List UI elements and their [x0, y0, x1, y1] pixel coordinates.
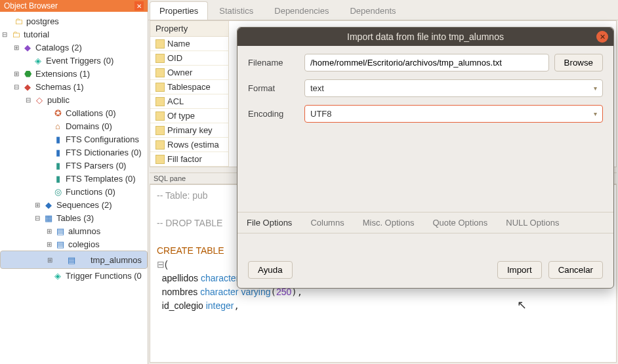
tree-node-ftstpl[interactable]: ▸▮FTS Templates (0): [0, 172, 148, 185]
prop-fill: Fill factor: [150, 152, 229, 167]
tree-node-public[interactable]: ⊟◇public: [0, 93, 148, 106]
expand-icon[interactable]: ⊞: [45, 256, 54, 264]
tree-node-tables[interactable]: ⊟▦Tables (3): [0, 211, 148, 224]
domains-icon: ⌂: [52, 121, 63, 131]
expand-icon[interactable]: ⊞: [45, 241, 54, 248]
tree-node-catalogs[interactable]: ⊞◆Catalogs (2): [0, 41, 148, 54]
tree-node-triggerfn[interactable]: ▸◈Trigger Functions (0: [0, 269, 148, 282]
collapse-icon[interactable]: ⊟: [12, 83, 21, 91]
import-button[interactable]: Import: [497, 261, 542, 279]
import-dialog: Import data from file into tmp_alumnos ✕…: [237, 27, 614, 289]
format-select[interactable]: text▾: [304, 79, 603, 97]
collapse-icon[interactable]: ⊟: [0, 31, 9, 38]
chevron-down-icon: ▾: [594, 110, 597, 117]
object-browser: Object Browser ✕ ▸🗀postgres ⊟🗀tutorial ⊞…: [0, 0, 148, 364]
cancel-button[interactable]: Cancelar: [548, 261, 603, 279]
detail-tabs: Properties Statistics Dependencies Depen…: [148, 0, 618, 20]
tables-icon: ▦: [43, 212, 54, 223]
prop-oid: OID: [150, 51, 229, 66]
prop-icon: [155, 68, 165, 77]
database-icon: 🗀: [10, 29, 21, 39]
collations-icon: ✪: [52, 108, 63, 118]
tree-node-functions[interactable]: ▸◎Functions (0): [0, 185, 148, 198]
tree-node-tutorial[interactable]: ⊟🗀tutorial: [0, 28, 148, 41]
functions-icon: ◎: [52, 186, 63, 197]
fts-icon: ▮: [52, 134, 63, 144]
tree-node-collations[interactable]: ▸✪Collations (0): [0, 106, 148, 119]
event-triggers-icon: ◈: [33, 55, 43, 66]
prop-icon: [155, 83, 165, 92]
tree-node-postgres[interactable]: ▸🗀postgres: [0, 14, 148, 28]
tab-columns[interactable]: Columns: [302, 214, 352, 232]
prop-owner: Owner: [150, 66, 229, 80]
tree-node-table-colegios[interactable]: ⊞▤colegios: [0, 237, 148, 251]
prop-name: Name: [150, 37, 229, 51]
prop-icon: [155, 54, 165, 63]
browse-button[interactable]: Browse: [554, 54, 603, 71]
dialog-title: Import data from file into tmp_alumnos ✕: [237, 28, 613, 46]
filename-label: Filename: [248, 58, 299, 68]
sequences-icon: ◆: [43, 199, 54, 210]
chevron-down-icon: ▾: [594, 85, 597, 92]
tree-node-domains[interactable]: ▸⌂Domains (0): [0, 119, 148, 132]
trigger-fn-icon: ◈: [52, 270, 63, 281]
prop-tablespace: Tablespace: [150, 80, 229, 94]
collapse-icon[interactable]: ⊟: [24, 96, 33, 104]
prop-icon: [155, 155, 165, 164]
help-button[interactable]: Ayuda: [248, 261, 293, 279]
tree-node-table-alumnos[interactable]: ⊞▤alumnos: [0, 224, 148, 237]
fts-icon: ▮: [52, 173, 63, 184]
table-icon: ▤: [55, 226, 66, 236]
object-browser-title: Object Browser ✕: [0, 0, 148, 12]
format-label: Format: [248, 83, 299, 93]
expand-icon[interactable]: ⊞: [12, 44, 21, 51]
prop-icon: [155, 111, 165, 121]
prop-icon: [155, 39, 165, 49]
prop-rows: Rows (estima: [150, 138, 229, 152]
tab-dependencies[interactable]: Dependencies: [264, 1, 339, 20]
tree-node-ftsdict[interactable]: ▸▮FTS Dictionaries (0): [0, 146, 148, 159]
tab-statistics[interactable]: Statistics: [209, 1, 263, 20]
close-icon[interactable]: ✕: [596, 31, 608, 43]
tab-dependents[interactable]: Dependents: [340, 1, 405, 20]
tree-node-ftsconf[interactable]: ▸▮FTS Configurations: [0, 132, 148, 146]
tree-node-table-tmp-alumnos[interactable]: ⊞▤tmp_alumnos: [0, 251, 148, 269]
filename-input[interactable]: [304, 54, 549, 71]
tree-node-ev[interactable]: ▸◈Event Triggers (0): [0, 54, 148, 67]
tree: ▸🗀postgres ⊟🗀tutorial ⊞◆Catalogs (2) ▸◈E…: [0, 12, 148, 364]
tab-quote-options[interactable]: Quote Options: [424, 214, 495, 232]
expand-icon[interactable]: ⊞: [45, 228, 54, 235]
prop-icon: [155, 97, 165, 106]
prop-icon: [155, 126, 165, 135]
fts-icon: ▮: [52, 147, 63, 157]
tree-node-ext[interactable]: ⊞⬣Extensions (1): [0, 67, 148, 80]
props-header: Property: [150, 21, 229, 37]
schemas-icon: ◆: [22, 81, 33, 92]
tab-null-options[interactable]: NULL Options: [498, 214, 567, 232]
tree-node-ftsparse[interactable]: ▸▮FTS Parsers (0): [0, 159, 148, 172]
option-tabs: File Options Columns Misc. Options Quote…: [237, 212, 613, 233]
table-icon: ▤: [66, 254, 77, 265]
table-icon: ▤: [55, 239, 66, 249]
extensions-icon: ⬣: [22, 68, 33, 79]
database-icon: 🗀: [13, 16, 24, 26]
prop-oftype: Of type: [150, 109, 229, 123]
tab-properties[interactable]: Properties: [150, 1, 208, 20]
prop-icon: [155, 140, 165, 150]
catalogs-icon: ◆: [22, 42, 33, 52]
object-browser-label: Object Browser: [4, 1, 58, 10]
fts-icon: ▮: [52, 160, 63, 171]
close-icon[interactable]: ✕: [134, 1, 144, 10]
prop-acl: ACL: [150, 94, 229, 109]
encoding-label: Encoding: [248, 109, 299, 119]
collapse-icon[interactable]: ⊟: [33, 214, 42, 222]
prop-pk: Primary key: [150, 123, 229, 138]
tab-misc-options[interactable]: Misc. Options: [355, 214, 422, 232]
tree-node-sequences[interactable]: ⊞◆Sequences (2): [0, 198, 148, 211]
schema-icon: ◇: [34, 94, 45, 105]
expand-icon[interactable]: ⊞: [33, 201, 42, 209]
tab-file-options[interactable]: File Options: [239, 214, 300, 232]
expand-icon[interactable]: ⊞: [12, 70, 21, 77]
tree-node-schemas[interactable]: ⊟◆Schemas (1): [0, 80, 148, 93]
encoding-select[interactable]: UTF8▾: [304, 105, 603, 123]
